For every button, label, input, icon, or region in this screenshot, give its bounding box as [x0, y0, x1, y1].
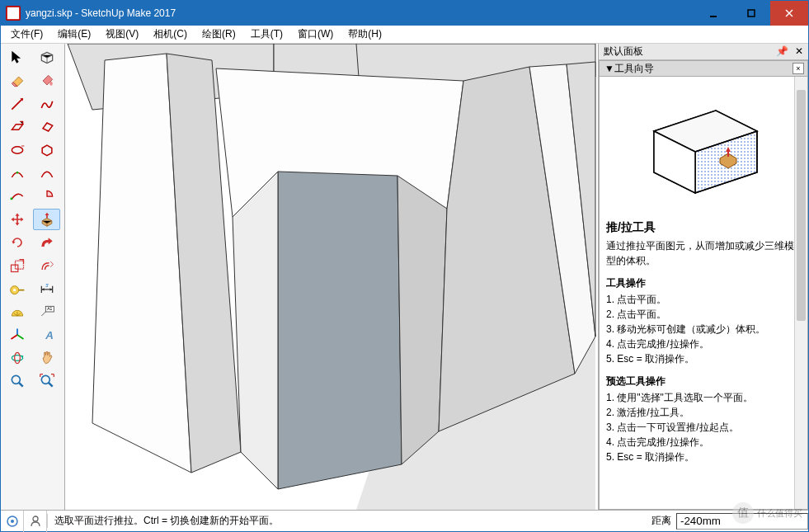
instructor-panel-header[interactable]: ▼ 工具向导 × [599, 60, 808, 77]
menu-file[interactable]: 文件(F) [4, 26, 49, 43]
svg-rect-9 [11, 265, 17, 271]
panel-scrollbar[interactable] [794, 77, 807, 509]
instructor-image [606, 82, 801, 214]
eraser-tool[interactable] [3, 70, 31, 92]
protractor-tool[interactable] [3, 301, 31, 322]
geolocation-icon[interactable] [1, 511, 24, 532]
tool-description: 通过推拉平面图元，从而增加或减少三维模型的体积。 [606, 238, 801, 268]
panel-close-icon[interactable]: × [793, 63, 804, 74]
window-title: yangzi.skp - SketchUp Make 2017 [26, 7, 694, 19]
tray-title: 默认面板 [604, 45, 643, 59]
tray-close-icon[interactable]: ✕ [795, 45, 803, 57]
dimension-tool[interactable]: 3' [33, 278, 60, 299]
instructor-panel-body: 推/拉工具 通过推拉平面图元，从而增加或减少三维模型的体积。 工具操作 1. 点… [599, 77, 808, 510]
make-component-tool[interactable] [33, 47, 60, 68]
op-step: 4. 点击完成推/拉操作。 [606, 337, 801, 351]
tray-header[interactable]: 默认面板 📌 ✕ [599, 44, 808, 60]
scale-tool[interactable] [3, 255, 31, 276]
3d-text-tool[interactable]: A [33, 324, 60, 346]
three-point-arc-tool[interactable] [3, 186, 31, 207]
svg-rect-2 [748, 10, 755, 16]
menubar: 文件(F) 编辑(E) 视图(V) 相机(C) 绘图(R) 工具(T) 窗口(W… [1, 26, 808, 44]
pre-step: 3. 点击一下可设置推/拉起点。 [606, 420, 801, 435]
credits-icon[interactable] [24, 511, 47, 532]
scrollbar-thumb[interactable] [797, 90, 806, 321]
select-tool[interactable] [3, 47, 31, 68]
freehand-tool[interactable] [33, 93, 60, 115]
svg-point-12 [13, 289, 16, 291]
model-view [65, 44, 598, 510]
menu-edit[interactable]: 编辑(E) [51, 26, 97, 43]
pin-icon[interactable]: 📌 [776, 45, 788, 57]
push-pull-tool[interactable] [33, 209, 60, 230]
pre-step: 1. 使用"选择"工具选取一个平面。 [606, 390, 801, 405]
pan-tool[interactable] [33, 347, 60, 369]
pre-step: 2. 激活推/拉工具。 [606, 405, 801, 420]
svg-point-18 [14, 352, 20, 363]
tool-name: 推/拉工具 [606, 220, 801, 235]
rectangle-tool[interactable] [3, 116, 31, 138]
line-tool[interactable] [3, 93, 31, 115]
op-step: 2. 点击平面。 [606, 307, 801, 322]
app-icon [6, 6, 21, 21]
svg-rect-8 [10, 198, 12, 200]
operation-title: 工具操作 [606, 276, 801, 290]
op-step: 1. 点击平面。 [606, 292, 801, 307]
svg-text:3': 3' [45, 283, 49, 288]
maximize-button[interactable] [732, 1, 770, 26]
panel-title: 工具向导 [614, 62, 654, 76]
pie-tool[interactable] [33, 186, 60, 207]
menu-view[interactable]: 视图(V) [99, 26, 145, 43]
statusbar: 选取平面进行推拉。Ctrl = 切换创建新的开始平面。 距离 [1, 510, 808, 531]
toolbar: 3' A1 A [1, 44, 65, 510]
svg-text:A: A [45, 329, 54, 341]
menu-tool[interactable]: 工具(T) [244, 26, 289, 43]
text-tool[interactable]: A1 [33, 301, 60, 322]
follow-me-tool[interactable] [33, 232, 60, 253]
op-step: 3. 移动光标可创建（或减少）体积。 [606, 322, 801, 337]
svg-point-42 [33, 516, 38, 521]
svg-text:A1: A1 [47, 306, 52, 311]
zoom-extents-tool[interactable] [33, 370, 60, 392]
close-button[interactable] [770, 1, 808, 26]
svg-point-41 [11, 520, 14, 523]
tape-measure-tool[interactable] [3, 278, 31, 299]
two-point-arc-tool[interactable] [33, 162, 60, 184]
offset-tool[interactable] [33, 255, 60, 276]
pre-step: 4. 点击完成推/拉操作。 [606, 435, 801, 450]
paint-bucket-tool[interactable] [33, 70, 60, 92]
default-tray: 默认面板 📌 ✕ ▼ 工具向导 × [598, 44, 808, 510]
rotate-tool[interactable] [3, 232, 31, 253]
menu-window[interactable]: 窗口(W) [291, 26, 340, 43]
polygon-tool[interactable] [33, 139, 60, 161]
status-hint: 选取平面进行推拉。Ctrl = 切换创建新的开始平面。 [47, 514, 647, 528]
axes-tool[interactable] [3, 324, 31, 346]
svg-point-7 [16, 172, 18, 174]
op-step: 5. Esc = 取消操作。 [606, 351, 801, 366]
move-tool[interactable] [3, 209, 31, 230]
orbit-tool[interactable] [3, 347, 31, 369]
preselect-title: 预选工具操作 [606, 374, 801, 388]
workarea: 3' A1 A [1, 44, 808, 510]
svg-point-17 [12, 355, 22, 361]
distance-label: 距离 [647, 514, 676, 528]
viewport-3d[interactable] [65, 44, 598, 510]
menu-help[interactable]: 帮助(H) [341, 26, 388, 43]
svg-marker-29 [278, 172, 402, 489]
pre-step: 5. Esc = 取消操作。 [606, 450, 801, 464]
arc-tool[interactable] [3, 162, 31, 184]
svg-point-6 [12, 147, 22, 153]
svg-rect-0 [7, 7, 19, 19]
zoom-tool[interactable] [3, 370, 31, 392]
minimize-button[interactable] [694, 1, 732, 26]
titlebar: yangzi.skp - SketchUp Make 2017 [1, 1, 808, 26]
menu-draw[interactable]: 绘图(R) [195, 26, 242, 43]
circle-tool[interactable] [3, 139, 31, 161]
app-window: yangzi.skp - SketchUp Make 2017 文件(F) 编辑… [0, 0, 809, 532]
menu-camera[interactable]: 相机(C) [147, 26, 194, 43]
rotated-rect-tool[interactable] [33, 116, 60, 138]
distance-input[interactable] [676, 513, 808, 530]
svg-point-5 [49, 82, 52, 86]
